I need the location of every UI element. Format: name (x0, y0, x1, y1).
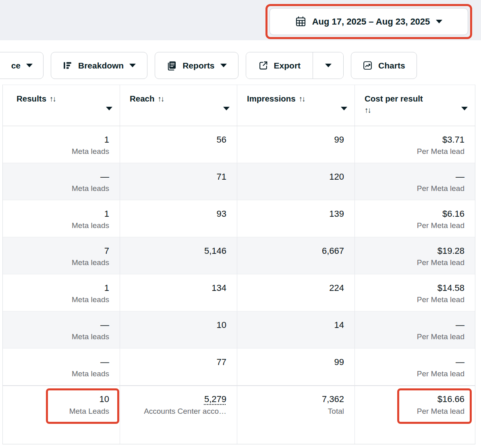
cost-cell: $14.58 Per Meta lead (355, 274, 475, 311)
total-reach-value[interactable]: 5,279 (204, 394, 226, 404)
total-results-value: 10 (100, 394, 109, 404)
partial-button-label: ce (11, 61, 21, 71)
charts-label: Charts (378, 61, 405, 71)
cost-value: $19.28 (437, 246, 464, 256)
caret-down-icon (220, 64, 227, 67)
total-impressions-sublabel: Total (328, 407, 344, 416)
total-reach-sublabel: Accounts Center acco… (144, 407, 226, 416)
columns-performance-button[interactable]: ce (0, 52, 44, 79)
impressions-cell: 14 (237, 311, 355, 348)
sort-icon: ↑↓ (158, 95, 164, 103)
cost-sublabel: Per Meta lead (417, 369, 464, 378)
reach-value: 93 (217, 209, 226, 219)
caret-down-icon (436, 20, 442, 23)
reports-label: Reports (182, 61, 214, 71)
total-impressions-cell: 7,362 Total (237, 386, 355, 444)
sort-icon: ↑↓ (50, 95, 56, 103)
total-reach-cell: 5,279 Accounts Center acco… (120, 386, 237, 444)
cost-sublabel: Per Meta lead (417, 258, 464, 267)
reach-value: 5,146 (204, 246, 226, 256)
results-value: — (100, 172, 109, 182)
date-range-picker[interactable]: Aug 17, 2025 – Aug 23, 2025 (270, 8, 468, 35)
charts-button[interactable]: Charts (351, 52, 417, 79)
column-header-impressions[interactable]: Impressions↑↓ (237, 85, 355, 126)
impressions-cell: 99 (237, 126, 355, 163)
cost-cell: — Per Meta lead (355, 348, 475, 385)
results-cell: — Meta leads (3, 311, 120, 348)
caret-down-icon (26, 64, 33, 67)
table-row[interactable]: 1 Meta leads 134 224 $14.58 Per Meta lea… (3, 274, 475, 311)
cost-value: $14.58 (437, 283, 464, 293)
results-sublabel: Meta leads (72, 184, 109, 193)
cost-value: — (456, 357, 464, 367)
reach-header-label: Reach (130, 94, 155, 103)
total-cost-sublabel: Per Meta lead (417, 407, 464, 416)
column-header-results[interactable]: Results↑↓ (3, 85, 120, 126)
sort-icon: ↑↓ (299, 95, 305, 103)
charts-icon (363, 60, 373, 71)
cost-value: — (456, 320, 464, 330)
reach-value: 10 (217, 320, 226, 330)
impressions-cell: 120 (237, 163, 355, 200)
metrics-table: Results↑↓ Reach↑↓ Impressions↑↓ Cost per… (2, 85, 475, 444)
reach-value: 71 (217, 172, 226, 182)
results-cell: — Meta leads (3, 163, 120, 200)
table-row[interactable]: — Meta leads 10 14 — Per Meta lead (3, 311, 475, 348)
table-header-row: Results↑↓ Reach↑↓ Impressions↑↓ Cost per… (3, 85, 475, 126)
results-value: 1 (104, 283, 109, 293)
cost-header-label: Cost per result (365, 94, 423, 103)
table-row[interactable]: — Meta leads 71 120 — Per Meta lead (3, 163, 475, 200)
reach-cell: 134 (120, 274, 237, 311)
cost-sublabel: Per Meta lead (417, 184, 464, 193)
breakdown-button[interactable]: Breakdown (51, 52, 147, 79)
results-sublabel: Meta leads (72, 221, 109, 230)
cost-cell: $19.28 Per Meta lead (355, 237, 475, 274)
cost-sublabel: Per Meta lead (417, 147, 464, 156)
caret-down-icon[interactable] (341, 107, 347, 110)
results-sublabel: Meta leads (72, 369, 109, 378)
cost-cell: — Per Meta lead (355, 163, 475, 200)
caret-down-icon[interactable] (106, 107, 112, 110)
reports-button[interactable]: Reports (155, 52, 238, 79)
results-value: — (100, 320, 109, 330)
results-sublabel: Meta leads (72, 258, 109, 267)
impressions-value: 14 (334, 320, 344, 330)
results-value: 7 (104, 246, 109, 256)
reports-icon (166, 60, 177, 71)
table-row[interactable]: 7 Meta leads 5,146 6,667 $19.28 Per Meta… (3, 237, 475, 274)
results-cell: 1 Meta leads (3, 200, 120, 237)
export-options-button[interactable] (313, 52, 343, 79)
column-header-reach[interactable]: Reach↑↓ (120, 85, 237, 126)
results-sublabel: Meta leads (72, 332, 109, 341)
export-button[interactable]: Export (246, 52, 313, 79)
impressions-cell: 224 (237, 274, 355, 311)
results-cell: — Meta leads (3, 348, 120, 385)
impressions-header-label: Impressions (247, 94, 296, 103)
caret-down-icon (129, 64, 136, 67)
reach-value: 134 (211, 283, 226, 293)
reach-cell: 10 (120, 311, 237, 348)
cost-sublabel: Per Meta lead (417, 221, 464, 230)
export-icon (258, 60, 268, 71)
table-row[interactable]: 1 Meta leads 56 99 $3.71 Per Meta lead (3, 126, 475, 163)
reach-cell: 77 (120, 348, 237, 385)
breakdown-label: Breakdown (78, 61, 124, 71)
column-header-cost-per-result[interactable]: Cost per result↑↓ (355, 85, 475, 126)
caret-down-icon[interactable] (461, 107, 468, 110)
cost-sublabel: Per Meta lead (417, 332, 464, 341)
impressions-cell: 99 (237, 348, 355, 385)
results-cell: 7 Meta leads (3, 237, 120, 274)
table-row[interactable]: — Meta leads 77 99 — Per Meta lead (3, 348, 475, 386)
table-row[interactable]: 1 Meta leads 93 139 $6.16 Per Meta lead (3, 200, 475, 237)
cost-sublabel: Per Meta lead (417, 295, 464, 304)
caret-down-icon (325, 64, 332, 67)
caret-down-icon[interactable] (223, 107, 230, 110)
date-range-label: Aug 17, 2025 – Aug 23, 2025 (312, 17, 430, 27)
sort-icon: ↑↓ (365, 105, 455, 116)
results-sublabel: Meta leads (72, 295, 109, 304)
reach-cell: 71 (120, 163, 237, 200)
impressions-value: 99 (334, 357, 344, 367)
reach-cell: 56 (120, 126, 237, 163)
total-cost-value: $16.66 (437, 394, 464, 404)
breakdown-icon (62, 60, 73, 71)
